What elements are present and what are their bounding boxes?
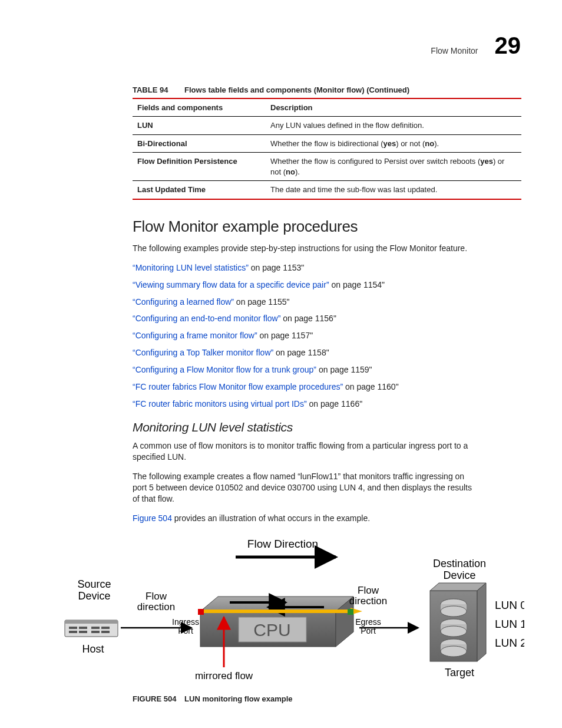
- svg-rect-1: [65, 620, 118, 624]
- svg-point-28: [441, 626, 467, 637]
- table-caption-label: TABLE 94: [133, 85, 168, 94]
- figure: Flow Direction SourceDevice Host Flowdir…: [41, 535, 521, 688]
- table-row: Bi-Directional Whether the flow is bidir…: [133, 134, 521, 153]
- table-caption: TABLE 94 Flows table fields and componen…: [133, 85, 521, 95]
- xref-tail: on page 1153": [249, 263, 305, 272]
- xref-line: “Configuring a Top Talker monitor flow” …: [133, 347, 480, 358]
- label-lun2: LUN 2: [495, 637, 524, 649]
- table-cell-desc: Whether the flow is bidirectional (yes) …: [266, 134, 521, 153]
- svg-rect-3: [79, 627, 87, 629]
- xref-link[interactable]: “FC router fabrics Flow Monitor flow exa…: [133, 382, 343, 391]
- flows-table: Fields and components Description LUN An…: [133, 98, 521, 200]
- xref-tail: on page 1157": [257, 331, 313, 340]
- label-cpu: CPU: [253, 620, 290, 640]
- xref-link[interactable]: “Configuring a Top Talker monitor flow”: [133, 348, 273, 357]
- sub-heading: Monitoring LUN level statistics: [133, 419, 521, 436]
- xref-link[interactable]: “Configuring an end-to-end monitor flow”: [133, 314, 280, 323]
- svg-rect-6: [91, 627, 100, 629]
- xref-link[interactable]: “Configuring a Flow Monitor flow for a t…: [133, 365, 316, 374]
- xref-line: “Monitoring LUN level statistics” on pag…: [133, 262, 480, 274]
- label-flow-direction-left: Flowdirection: [137, 591, 175, 612]
- label-egress-port: EgressPort: [355, 617, 381, 635]
- label-destination-device: DestinationDevice: [433, 558, 486, 581]
- table-cell-field: Bi-Directional: [133, 134, 266, 153]
- label-host: Host: [82, 643, 104, 655]
- body-text: provides an illustration of what occurs …: [172, 513, 370, 523]
- table-cell-desc: The date and time the sub-flow was last …: [266, 181, 521, 199]
- label-lun0: LUN 0: [495, 599, 524, 611]
- figure-caption-label: FIGURE 504: [133, 694, 176, 703]
- svg-rect-4: [69, 631, 77, 633]
- table-cell-desc: Any LUN values defined in the flow defin…: [266, 117, 521, 135]
- xref-tail: on page 1156": [280, 314, 336, 323]
- switch-cpu-icon: CPU: [198, 597, 362, 647]
- label-mirrored-flow: mirrored flow: [195, 670, 253, 681]
- label-flow-direction-top: Flow Direction: [247, 538, 318, 550]
- label-lun1: LUN 1: [495, 618, 524, 630]
- table-cell-desc: Whether the flow is configured to Persis…: [266, 153, 521, 181]
- section-heading: Flow Monitor example procedures: [133, 216, 521, 237]
- figure-caption: FIGURE 504 LUN monitoring flow example: [133, 694, 521, 704]
- intro-paragraph: The following examples provide step-by-s…: [133, 243, 480, 254]
- table-row: LUN Any LUN values defined in the flow d…: [133, 117, 521, 135]
- xref-link[interactable]: “FC router fabric monitors using virtual…: [133, 399, 307, 409]
- xref-line: “Configuring an end-to-end monitor flow”…: [133, 313, 480, 324]
- header-section-label: Flow Monitor: [431, 45, 478, 57]
- label-ingress-port: IngressPort: [172, 617, 199, 635]
- xref-tail: on page 1158": [273, 348, 329, 357]
- svg-rect-9: [101, 631, 110, 633]
- xref-tail: on page 1154": [329, 280, 385, 289]
- xref-link[interactable]: “Monitoring LUN level statistics”: [133, 263, 249, 272]
- xref-tail: on page 1159": [316, 365, 372, 374]
- figure-ref-link[interactable]: Figure 504: [133, 513, 172, 523]
- body-paragraph: Figure 504 provides an illustration of w…: [133, 513, 480, 524]
- svg-rect-7: [101, 627, 110, 629]
- table-cell-field: Last Updated Time: [133, 181, 266, 199]
- label-target: Target: [445, 667, 474, 678]
- svg-rect-2: [69, 627, 77, 629]
- xref-line: “Viewing summary flow data for a specifi…: [133, 279, 480, 291]
- xref-line: “Configuring a frame monitor flow” on pa…: [133, 330, 480, 341]
- target-device-icon: [430, 583, 486, 661]
- label-source-device: SourceDevice: [77, 578, 111, 602]
- table-cell-field: Flow Definition Persistence: [133, 153, 266, 181]
- svg-point-25: [441, 606, 467, 617]
- svg-point-31: [441, 646, 467, 657]
- xref-line: “Configuring a Flow Monitor flow for a t…: [133, 364, 480, 375]
- xref-tail: on page 1160": [343, 382, 399, 391]
- svg-rect-8: [91, 631, 100, 633]
- lun-monitoring-diagram: Flow Direction SourceDevice Host Flowdir…: [41, 535, 524, 688]
- page-header: Flow Monitor 29: [41, 29, 521, 61]
- svg-rect-17: [198, 609, 204, 615]
- figure-caption-text: LUN monitoring flow example: [184, 694, 292, 703]
- xref-link[interactable]: “Configuring a frame monitor flow”: [133, 331, 257, 340]
- xref-tail: on page 1155": [234, 297, 290, 307]
- body-paragraph: The following example creates a flow nam…: [133, 471, 480, 505]
- table-header-col1: Fields and components: [133, 98, 266, 117]
- table-cell-field: LUN: [133, 117, 266, 135]
- table-row: Last Updated Time The date and time the …: [133, 181, 521, 199]
- svg-marker-10: [200, 597, 353, 611]
- host-device-icon: [65, 620, 118, 637]
- svg-rect-18: [348, 609, 353, 615]
- table-caption-text: Flows table fields and components (Monit…: [184, 85, 409, 94]
- xref-line: “FC router fabric monitors using virtual…: [133, 398, 480, 410]
- table-row: Flow Definition Persistence Whether the …: [133, 153, 521, 181]
- body-paragraph: A common use of flow monitors is to moni…: [133, 440, 480, 463]
- xref-line: “FC router fabrics Flow Monitor flow exa…: [133, 381, 480, 393]
- header-chapter-number: 29: [495, 29, 521, 61]
- svg-marker-21: [430, 583, 486, 591]
- table-header-col2: Description: [266, 98, 521, 117]
- xref-link[interactable]: “Configuring a learned flow”: [133, 297, 234, 307]
- xref-line: “Configuring a learned flow” on page 115…: [133, 297, 480, 308]
- label-flow-direction-right: Flowdirection: [349, 585, 387, 607]
- svg-marker-22: [477, 583, 486, 661]
- xref-link[interactable]: “Viewing summary flow data for a specifi…: [133, 280, 329, 289]
- xref-tail: on page 1166": [307, 399, 363, 409]
- svg-rect-5: [79, 631, 87, 633]
